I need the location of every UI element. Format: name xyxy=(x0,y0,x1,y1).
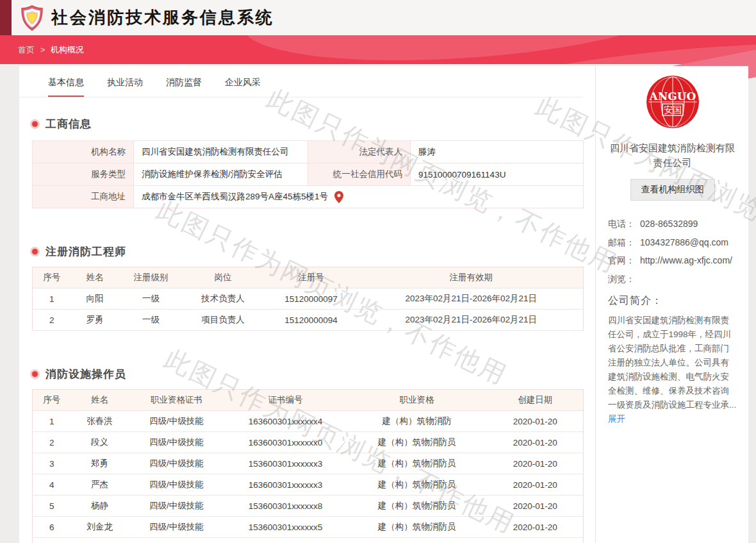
column-header: 序号 xyxy=(33,390,71,411)
bullet-dot-icon xyxy=(32,121,38,127)
sidebar-company-name: 四川省安国建筑消防检测有限责任公司 xyxy=(608,141,737,170)
table-cell: 建（构）筑物消防员 xyxy=(347,474,488,496)
table-cell: 严杰 xyxy=(71,474,129,496)
contact-email: 邮箱： 1034327886@qq.com xyxy=(608,236,737,250)
table-cell: 2020-01-20 xyxy=(488,517,584,538)
column-header: 序号 xyxy=(33,267,71,288)
contact-value: 028-86532899 xyxy=(640,217,698,231)
column-header: 姓名 xyxy=(71,390,129,411)
table-cell: 163600301xxxxxx3 xyxy=(225,474,347,496)
section-title-engineers: 注册消防工程师 xyxy=(32,244,595,259)
tab-bar: 基本信息 执业活动 消防监督 企业风采 xyxy=(19,66,583,97)
table-cell: 四级/中级技能 xyxy=(129,538,225,543)
table-cell: 四级/中级技能 xyxy=(129,411,225,432)
table-cell: 建（构）筑物消防员 xyxy=(347,453,488,474)
company-address: 成都市金牛区羊西线蜀汉路289号A座45栋5楼1号 xyxy=(142,191,328,203)
table-row: 机构名称 四川省安国建筑消防检测有限责任公司 法定代表人 滕涛 xyxy=(33,141,584,163)
table-cell: 7 xyxy=(33,538,71,543)
contact-label: 电话： xyxy=(608,217,640,231)
main-panel: 基本信息 执业活动 消防监督 企业风采 工商信息 机构名称 四川省安国建筑消防检… xyxy=(19,66,596,543)
column-header: 创建日期 xyxy=(488,390,584,411)
section-title-operators: 消防设施操作员 xyxy=(32,367,595,381)
page: 社会消防技术服务信息系统 首页 > 机构概况 基本信息 执业活动 消防监督 企业… xyxy=(0,0,756,543)
info-value: 成都市金牛区羊西线蜀汉路289号A座45栋5楼1号 xyxy=(134,186,584,208)
info-label: 机构名称 xyxy=(33,141,134,163)
table-cell: 5 xyxy=(33,496,71,517)
contact-label: 浏览： xyxy=(608,272,640,287)
breadcrumb-band: 首页 > 机构概况 xyxy=(0,35,756,64)
content-card: 基本信息 执业活动 消防监督 企业风采 工商信息 机构名称 四川省安国建筑消防检… xyxy=(19,66,748,543)
contact-list: 电话： 028-86532899 邮箱： 1034327886@qq.com 官… xyxy=(608,217,737,287)
table-cell: 2020-01-20 xyxy=(488,538,584,543)
table-cell: 2020-01-20 xyxy=(488,474,584,496)
tab-fire-supervision[interactable]: 消防监督 xyxy=(166,77,202,97)
table-header-row: 序号姓名注册级别岗位注册号注册有效期 xyxy=(33,267,584,288)
tab-company-showcase[interactable]: 企业风采 xyxy=(225,77,261,97)
table-cell: 四级/中级技能 xyxy=(129,496,225,517)
table-row: 2段义四级/中级技能163600301xxxxxx0建（构）筑物消防员2020-… xyxy=(33,432,584,453)
column-header: 岗位 xyxy=(183,267,263,288)
map-pin-icon[interactable] xyxy=(334,191,343,203)
view-org-chart-button[interactable]: 查看机构组织图 xyxy=(630,179,715,201)
info-label: 服务类型 xyxy=(33,163,134,186)
info-label: 工商地址 xyxy=(33,186,134,208)
info-label: 统一社会信用代码 xyxy=(308,163,411,186)
breadcrumb-home-link[interactable]: 首页 xyxy=(18,45,35,54)
section-title-business-info: 工商信息 xyxy=(32,117,595,131)
svg-text:ANGUO: ANGUO xyxy=(648,90,696,103)
table-row: 工商地址 成都市金牛区羊西线蜀汉路289号A座45栋5楼1号 xyxy=(33,186,584,208)
table-cell: 163600301xxxxxx4 xyxy=(225,411,347,432)
table-row: 服务类型 消防设施维护保养检测/消防安全评估 统一社会信用代码 91510000… xyxy=(33,163,584,186)
business-info-table: 机构名称 四川省安国建筑消防检测有限责任公司 法定代表人 滕涛 服务类型 消防设… xyxy=(32,140,584,208)
company-sidebar: ANGUO 安国 四川省安国建筑消防检测有限责任公司 查看机构组织图 电话： 0… xyxy=(596,66,748,543)
table-cell: 6 xyxy=(33,517,71,538)
table-header-row: 序号姓名职业资格证书证书编号职业资格创建日期 xyxy=(33,390,584,411)
section-title-text: 消防设施操作员 xyxy=(45,367,126,381)
table-cell: 3 xyxy=(33,453,71,474)
column-header: 证书编号 xyxy=(225,390,347,411)
table-cell: 四级/中级技能 xyxy=(129,517,225,538)
table-cell: 四级/中级技能 xyxy=(129,432,225,453)
table-cell: 2023年02月21日-2026年02月21日 xyxy=(359,310,584,331)
column-header: 注册号 xyxy=(263,267,359,288)
table-cell: 向阳 xyxy=(71,288,119,310)
table-row: 2罗勇一级项目负责人151200000942023年02月21日-2026年02… xyxy=(33,310,584,331)
table-cell: 刘金龙 xyxy=(71,517,129,538)
expand-link[interactable]: 展开 xyxy=(608,414,625,425)
table-cell: 4 xyxy=(33,474,71,496)
table-cell: 2020-01-20 xyxy=(488,453,584,474)
section-title-text: 工商信息 xyxy=(45,117,92,131)
table-cell: 郑勇 xyxy=(71,453,129,474)
shield-logo-icon xyxy=(21,5,44,31)
breadcrumb-separator: > xyxy=(40,45,45,54)
header-accent-strip xyxy=(0,0,12,35)
table-cell: 153600301xxxxxx8 xyxy=(225,496,347,517)
tab-basic-info[interactable]: 基本信息 xyxy=(48,77,84,97)
info-value: 消防设施维护保养检测/消防安全评估 xyxy=(134,163,308,186)
operators-table: 序号姓名职业资格证书证书编号职业资格创建日期 1张春洪四级/中级技能163600… xyxy=(32,389,584,543)
column-header: 注册级别 xyxy=(119,267,183,288)
table-cell: 张春洪 xyxy=(71,411,129,432)
tab-practice-activity[interactable]: 执业活动 xyxy=(107,77,143,97)
info-value: 四川省安国建筑消防检测有限责任公司 xyxy=(134,141,308,163)
contact-label: 官网： xyxy=(608,254,640,268)
table-row: 7邱菊四级/中级技能153600301xxxxxx6建（构）筑物消防员2020-… xyxy=(33,538,584,543)
contact-label: 邮箱： xyxy=(608,236,640,250)
column-header: 职业资格 xyxy=(347,390,488,411)
website-link[interactable]: http://www.ag-xfjc.com/ xyxy=(640,254,732,268)
column-header: 职业资格证书 xyxy=(129,390,225,411)
table-cell: 153600301xxxxxx6 xyxy=(225,538,347,543)
table-cell: 153600301xxxxxx3 xyxy=(225,453,347,474)
table-row: 3郑勇四级/中级技能153600301xxxxxx3建（构）筑物消防员2020-… xyxy=(33,453,584,474)
table-cell: 建（构）筑物消防员 xyxy=(347,496,488,517)
table-cell: 153600301xxxxxx5 xyxy=(225,517,347,538)
table-cell: 163600301xxxxxx0 xyxy=(225,432,347,453)
bullet-dot-icon xyxy=(32,371,38,377)
table-cell: 建（构）筑物消防员 xyxy=(347,517,488,538)
table-cell: 四级/中级技能 xyxy=(129,453,225,474)
table-cell: 15120000094 xyxy=(263,310,359,331)
table-row: 1向阳一级技术负责人151200000972023年02月21日-2026年02… xyxy=(33,288,584,310)
contact-value: 1034327886@qq.com xyxy=(640,236,728,250)
table-cell: 2 xyxy=(33,432,71,453)
info-value: 91510000709161143U xyxy=(411,163,584,186)
